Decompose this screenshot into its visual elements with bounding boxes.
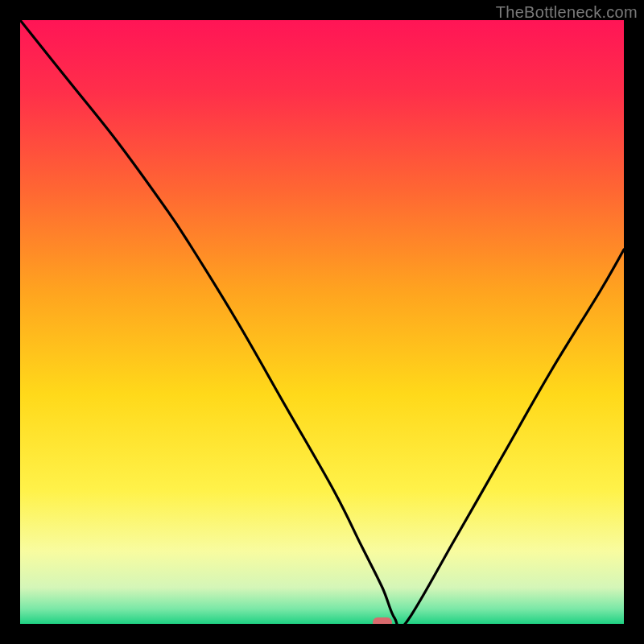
watermark-text: TheBottleneck.com	[496, 3, 638, 22]
chart-stage: TheBottleneck.com	[0, 0, 644, 644]
bottleneck-curve	[20, 20, 624, 624]
plot-area	[20, 20, 624, 624]
optimal-marker	[373, 617, 392, 624]
